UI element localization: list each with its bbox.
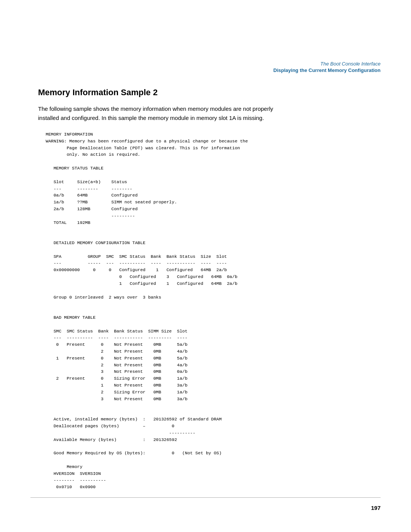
breadcrumb-subtitle: Displaying the Current Memory Configurat… [273, 67, 381, 73]
main-content: Memory Information Sample 2 The followin… [38, 88, 381, 490]
section-title: Memory Information Sample 2 [38, 88, 381, 97]
page: The Boot Console Interface Displaying th… [0, 0, 411, 532]
header-nav: The Boot Console Interface Displaying th… [273, 61, 381, 73]
breadcrumb-title: The Boot Console Interface [273, 61, 381, 67]
page-number: 197 [371, 505, 381, 511]
intro-text: The following sample shows the memory in… [38, 104, 274, 123]
code-block: MEMORY INFORMATION WARNING: Memory has b… [46, 131, 381, 490]
bottom-separator [30, 497, 381, 498]
